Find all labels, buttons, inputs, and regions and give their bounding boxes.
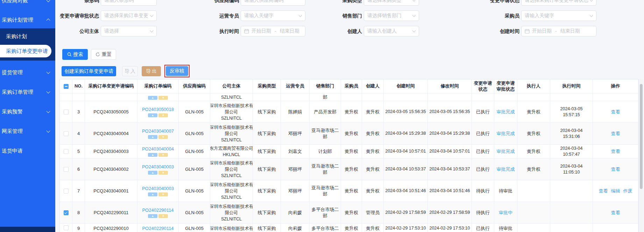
sidebar-item[interactable]: 采购订单变更申请 [0, 45, 51, 57]
po-link[interactable]: PO2402290114 [142, 207, 174, 213]
select-input[interactable]: 请选择 [101, 26, 157, 36]
row-checkbox[interactable] [64, 149, 69, 154]
sidebar-item[interactable]: 供应商对账 [0, 0, 55, 8]
row-action-link[interactable]: 查看 [611, 210, 620, 216]
po-up-badge[interactable]: ▲ [148, 135, 157, 139]
row-checkbox[interactable] [64, 210, 69, 215]
row-action-link[interactable]: 查看 [611, 109, 620, 115]
po-link[interactable]: PO2403040003 [142, 185, 174, 192]
chevron-down-icon [412, 0, 416, 1]
row-checkbox[interactable] [64, 110, 69, 114]
select-all-checkbox[interactable] [64, 84, 69, 89]
placeholder-text: 请选择采购订单变更申请状态 [525, 0, 588, 3]
created-time: 2024-02-29 17:53:10 [384, 224, 428, 232]
export-button[interactable]: 导出 [142, 66, 161, 76]
row-action-link[interactable]: 编辑 [611, 188, 620, 194]
approval-status[interactable]: 审批中 [499, 210, 512, 216]
approval-status[interactable]: 审批完成 [497, 148, 515, 155]
date-range-input[interactable]: 开始日期-结束日期 [521, 26, 596, 36]
po-down-badge[interactable]: ▼ [158, 171, 168, 175]
company-cell: 东方宏愿商贸有限公司HKLNCL [210, 145, 253, 158]
select-input[interactable]: 请选择采购类型 [364, 0, 419, 6]
row-action-link[interactable]: 查看 [611, 166, 620, 173]
po-up-badge[interactable]: ▲ [148, 153, 157, 157]
text-input[interactable]: 请输入供应商编码 [241, 0, 305, 6]
po-down-badge[interactable]: ▼ [158, 153, 168, 157]
company-line: 限公司 [225, 166, 238, 173]
filter-row: 变更申请审批状态请选择采购订单变更审批状态运营专员请输入关键字销售部门请选择销售… [55, 10, 644, 21]
approval-status[interactable]: 审批完成 [497, 166, 515, 173]
reset-button[interactable]: 重置 [91, 49, 116, 60]
po-link[interactable]: PO2403050018 [142, 106, 174, 113]
import-button[interactable]: 导入 [122, 66, 138, 76]
row-actions: 查看 [593, 123, 638, 144]
po-down-badge[interactable]: ▼ [158, 135, 168, 139]
approval-status[interactable]: 审批完成 [497, 109, 515, 115]
company-line: 东方宏愿商贸有限公司 [210, 145, 253, 152]
company-line: SZLNITCL [221, 194, 242, 201]
po-down-badge[interactable]: ▼ [158, 192, 168, 196]
po-up-badge[interactable]: ▲ [148, 214, 157, 218]
vertical-scrollbar[interactable] [639, 79, 643, 232]
row-action-link[interactable]: 查看 [599, 188, 608, 194]
sidebar-item[interactable]: 采购订单管理 [0, 84, 55, 100]
change-request-code: PCQ2403040001 [85, 180, 137, 202]
row-checkbox[interactable] [64, 225, 69, 230]
row-action-link[interactable]: 作废 [623, 188, 632, 194]
sidebar-item[interactable]: 网采管理 [0, 124, 55, 139]
chevron-down-icon [46, 0, 50, 2]
row-checkbox[interactable] [64, 189, 69, 194]
select-input[interactable]: 请选择销售部门 [364, 10, 419, 21]
select-input[interactable]: 请输入关键字 [521, 10, 596, 21]
search-button[interactable]: 搜索 [62, 49, 88, 60]
operation-specialist [281, 93, 310, 101]
approval-status: 待审批 [499, 188, 512, 194]
row-checkbox[interactable] [64, 131, 69, 136]
sidebar-item[interactable]: 采购计划 [0, 29, 55, 44]
reverse-audit-highlight-box: 反审核 [164, 65, 190, 77]
chevron-down-icon [590, 0, 593, 1]
column-header: 销售部门 [310, 79, 341, 93]
po-link[interactable]: PO2403040003 [142, 164, 174, 170]
po-up-badge[interactable]: ▲ [148, 192, 157, 196]
execution-time [550, 93, 593, 101]
approval-status[interactable]: 审批完成 [497, 131, 515, 137]
table-row: 4PCQ2403040004PO2403040007▲▼GLN-005深圳市乐能… [60, 123, 638, 145]
po-link[interactable]: PO2403040007 [142, 128, 174, 134]
po-down-badge[interactable]: ▼ [158, 214, 168, 218]
executor: 黄升权 [517, 123, 550, 144]
text-input[interactable]: 请输入条形码 [101, 0, 157, 6]
change-request-code: PCQ2402290011 [85, 202, 137, 223]
sidebar-item[interactable]: 采购预警 [0, 104, 55, 119]
purchase-type: 线下采购 [253, 202, 281, 223]
purchase-type: 线下采购 [253, 123, 281, 144]
sidebar-item[interactable]: 采购计划管理 [0, 12, 55, 28]
select-input[interactable]: 请选择采购订单变更审批状态 [101, 10, 157, 21]
filter-row: 条形码请输入条形码供应商编码请输入供应商编码采购类型请选择采购类型变更申请状态请… [55, 0, 644, 6]
sidebar-item[interactable]: 送货申请 [0, 143, 55, 159]
column-header: 操作 [593, 79, 638, 93]
sidebar-bottom-strip [0, 227, 55, 232]
po-up-badge[interactable]: ▲ [148, 171, 157, 175]
create-change-request-button[interactable]: 创建采购订单变更申请 [62, 66, 116, 76]
sidebar-item-label: 提货管理 [2, 69, 23, 76]
row-checkbox[interactable] [64, 167, 69, 172]
row-action-link[interactable]: 查看 [611, 148, 620, 155]
vertical-scrollbar-thumb[interactable] [640, 84, 643, 189]
po-up-badge[interactable]: ▲ [148, 96, 157, 100]
select-input[interactable]: 请选择采购订单变更申请状态 [521, 0, 596, 6]
sidebar-item[interactable]: 提货管理 [0, 65, 55, 80]
row-action-link[interactable]: 查看 [611, 131, 620, 137]
po-down-badge[interactable]: ▼ [158, 96, 168, 100]
po-up-badge[interactable]: ▲ [148, 113, 157, 117]
sidebar: 供应商对账采购计划管理采购计划采购订单变更申请提货管理采购订单管理采购预警网采管… [0, 0, 55, 232]
select-input[interactable]: 请输入关键字 [241, 10, 305, 21]
po-link[interactable]: PO2403040004 [142, 146, 174, 152]
select-input[interactable]: 请输入创建人 [364, 26, 419, 36]
date-range-input[interactable]: 开始日期-结束日期 [241, 26, 305, 36]
date-start-placeholder: 开始日期 [252, 28, 271, 34]
reverse-audit-button[interactable]: 反审核 [166, 66, 188, 76]
po-link[interactable]: PO2402290114 [142, 225, 174, 232]
row-select-cell [60, 123, 72, 144]
po-down-badge[interactable]: ▼ [158, 113, 168, 117]
